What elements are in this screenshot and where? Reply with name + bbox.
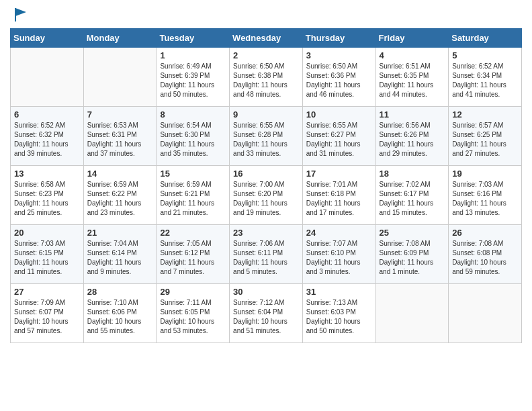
day-number: 7 — [87, 109, 153, 120]
day-number: 23 — [233, 228, 299, 238]
calendar-day-cell — [11, 48, 84, 107]
day-info: Sunrise: 7:04 AM Sunset: 6:14 PM Dayligh… — [87, 239, 153, 277]
day-info: Sunrise: 7:12 AM Sunset: 6:04 PM Dayligh… — [233, 298, 299, 336]
day-info: Sunrise: 6:54 AM Sunset: 6:30 PM Dayligh… — [160, 121, 226, 158]
day-number: 12 — [452, 109, 518, 120]
calendar-day-cell: 25Sunrise: 7:08 AM Sunset: 6:09 PM Dayli… — [375, 225, 449, 284]
day-info: Sunrise: 7:00 AM Sunset: 6:20 PM Dayligh… — [233, 180, 299, 218]
calendar-day-cell: 13Sunrise: 6:58 AM Sunset: 6:23 PM Dayli… — [11, 166, 84, 225]
calendar-day-cell: 4Sunrise: 6:51 AM Sunset: 6:35 PM Daylig… — [375, 48, 449, 107]
day-number: 14 — [87, 169, 153, 179]
header — [10, 7, 522, 23]
calendar-day-cell: 29Sunrise: 7:11 AM Sunset: 6:05 PM Dayli… — [157, 284, 230, 343]
calendar-body: 1Sunrise: 6:49 AM Sunset: 6:39 PM Daylig… — [11, 48, 522, 343]
calendar-day-cell: 6Sunrise: 6:52 AM Sunset: 6:32 PM Daylig… — [11, 107, 84, 166]
calendar-day-cell: 21Sunrise: 7:04 AM Sunset: 6:14 PM Dayli… — [83, 225, 157, 284]
day-number: 26 — [452, 228, 518, 238]
calendar-day-cell: 1Sunrise: 6:49 AM Sunset: 6:39 PM Daylig… — [157, 48, 230, 107]
day-info: Sunrise: 6:52 AM Sunset: 6:32 PM Dayligh… — [14, 121, 80, 158]
day-number: 25 — [380, 228, 445, 238]
day-number: 20 — [14, 228, 80, 238]
day-number: 27 — [14, 287, 80, 297]
calendar-day-cell: 3Sunrise: 6:50 AM Sunset: 6:36 PM Daylig… — [302, 48, 375, 107]
day-info: Sunrise: 6:50 AM Sunset: 6:38 PM Dayligh… — [233, 62, 299, 99]
calendar-day-cell: 10Sunrise: 6:55 AM Sunset: 6:27 PM Dayli… — [302, 107, 375, 166]
calendar-day-cell: 8Sunrise: 6:54 AM Sunset: 6:30 PM Daylig… — [157, 107, 230, 166]
day-info: Sunrise: 6:53 AM Sunset: 6:31 PM Dayligh… — [87, 121, 153, 158]
calendar-day-cell: 26Sunrise: 7:08 AM Sunset: 6:08 PM Dayli… — [449, 225, 522, 284]
weekday-header: Monday — [83, 29, 157, 48]
day-info: Sunrise: 7:11 AM Sunset: 6:05 PM Dayligh… — [160, 298, 226, 336]
day-info: Sunrise: 7:07 AM Sunset: 6:10 PM Dayligh… — [306, 239, 372, 277]
calendar-day-cell: 20Sunrise: 7:03 AM Sunset: 6:15 PM Dayli… — [11, 225, 84, 284]
day-info: Sunrise: 7:05 AM Sunset: 6:12 PM Dayligh… — [160, 239, 226, 277]
calendar-day-cell: 18Sunrise: 7:02 AM Sunset: 6:17 PM Dayli… — [375, 166, 449, 225]
day-info: Sunrise: 7:08 AM Sunset: 6:09 PM Dayligh… — [380, 239, 445, 277]
weekday-header: Wednesday — [230, 29, 303, 48]
day-info: Sunrise: 6:50 AM Sunset: 6:36 PM Dayligh… — [306, 62, 372, 99]
calendar-day-cell: 23Sunrise: 7:06 AM Sunset: 6:11 PM Dayli… — [230, 225, 303, 284]
day-number: 3 — [306, 50, 372, 60]
calendar-day-cell: 17Sunrise: 7:01 AM Sunset: 6:18 PM Dayli… — [302, 166, 375, 225]
day-number: 16 — [233, 169, 299, 179]
calendar-day-cell: 9Sunrise: 6:55 AM Sunset: 6:28 PM Daylig… — [230, 107, 303, 166]
day-info: Sunrise: 7:09 AM Sunset: 6:07 PM Dayligh… — [14, 298, 80, 336]
day-number: 30 — [233, 287, 299, 297]
calendar-day-cell — [375, 284, 449, 343]
calendar-day-cell: 12Sunrise: 6:57 AM Sunset: 6:25 PM Dayli… — [449, 107, 522, 166]
calendar-week-row: 1Sunrise: 6:49 AM Sunset: 6:39 PM Daylig… — [11, 48, 522, 107]
calendar-day-cell: 19Sunrise: 7:03 AM Sunset: 6:16 PM Dayli… — [449, 166, 522, 225]
calendar-table: SundayMondayTuesdayWednesdayThursdayFrid… — [10, 28, 522, 343]
calendar-day-cell: 5Sunrise: 6:52 AM Sunset: 6:34 PM Daylig… — [449, 48, 522, 107]
day-info: Sunrise: 6:55 AM Sunset: 6:27 PM Dayligh… — [306, 121, 372, 158]
calendar-day-cell: 30Sunrise: 7:12 AM Sunset: 6:04 PM Dayli… — [230, 284, 303, 343]
calendar-day-cell: 11Sunrise: 6:56 AM Sunset: 6:26 PM Dayli… — [375, 107, 449, 166]
day-info: Sunrise: 6:58 AM Sunset: 6:23 PM Dayligh… — [14, 180, 80, 218]
calendar-day-cell: 22Sunrise: 7:05 AM Sunset: 6:12 PM Dayli… — [157, 225, 230, 284]
weekday-row: SundayMondayTuesdayWednesdayThursdayFrid… — [11, 29, 522, 48]
day-info: Sunrise: 7:13 AM Sunset: 6:03 PM Dayligh… — [306, 298, 372, 336]
calendar-day-cell: 2Sunrise: 6:50 AM Sunset: 6:38 PM Daylig… — [230, 48, 303, 107]
day-number: 28 — [87, 287, 153, 297]
day-number: 11 — [380, 109, 445, 120]
calendar-week-row: 27Sunrise: 7:09 AM Sunset: 6:07 PM Dayli… — [11, 284, 522, 343]
day-number: 15 — [160, 169, 226, 179]
day-info: Sunrise: 7:08 AM Sunset: 6:08 PM Dayligh… — [452, 239, 518, 277]
weekday-header: Saturday — [449, 29, 522, 48]
calendar-day-cell — [83, 48, 157, 107]
calendar-week-row: 13Sunrise: 6:58 AM Sunset: 6:23 PM Dayli… — [11, 166, 522, 225]
calendar-day-cell — [449, 284, 522, 343]
calendar-day-cell: 24Sunrise: 7:07 AM Sunset: 6:10 PM Dayli… — [302, 225, 375, 284]
logo — [10, 7, 29, 23]
day-number: 2 — [233, 50, 299, 60]
day-info: Sunrise: 7:03 AM Sunset: 6:15 PM Dayligh… — [14, 239, 80, 277]
day-info: Sunrise: 7:10 AM Sunset: 6:06 PM Dayligh… — [87, 298, 153, 336]
day-number: 1 — [160, 50, 226, 60]
day-info: Sunrise: 6:52 AM Sunset: 6:34 PM Dayligh… — [452, 62, 518, 99]
day-info: Sunrise: 7:06 AM Sunset: 6:11 PM Dayligh… — [233, 239, 299, 277]
calendar-header: SundayMondayTuesdayWednesdayThursdayFrid… — [11, 29, 522, 48]
logo-flag-icon — [13, 7, 29, 23]
calendar-day-cell: 7Sunrise: 6:53 AM Sunset: 6:31 PM Daylig… — [83, 107, 157, 166]
day-info: Sunrise: 6:51 AM Sunset: 6:35 PM Dayligh… — [380, 62, 445, 99]
calendar-day-cell: 15Sunrise: 6:59 AM Sunset: 6:21 PM Dayli… — [157, 166, 230, 225]
day-number: 18 — [380, 169, 445, 179]
calendar-day-cell: 16Sunrise: 7:00 AM Sunset: 6:20 PM Dayli… — [230, 166, 303, 225]
calendar-day-cell: 27Sunrise: 7:09 AM Sunset: 6:07 PM Dayli… — [11, 284, 84, 343]
day-number: 17 — [306, 169, 372, 179]
svg-marker-0 — [15, 8, 26, 16]
day-number: 9 — [233, 109, 299, 120]
day-number: 29 — [160, 287, 226, 297]
day-number: 6 — [14, 109, 80, 120]
calendar-week-row: 6Sunrise: 6:52 AM Sunset: 6:32 PM Daylig… — [11, 107, 522, 166]
calendar-day-cell: 14Sunrise: 6:59 AM Sunset: 6:22 PM Dayli… — [83, 166, 157, 225]
day-info: Sunrise: 6:49 AM Sunset: 6:39 PM Dayligh… — [160, 62, 226, 99]
weekday-header: Tuesday — [157, 29, 230, 48]
day-number: 24 — [306, 228, 372, 238]
weekday-header: Sunday — [11, 29, 84, 48]
calendar-page: SundayMondayTuesdayWednesdayThursdayFrid… — [0, 0, 532, 411]
day-number: 13 — [14, 169, 80, 179]
day-info: Sunrise: 6:59 AM Sunset: 6:21 PM Dayligh… — [160, 180, 226, 218]
day-number: 31 — [306, 287, 372, 297]
day-info: Sunrise: 7:01 AM Sunset: 6:18 PM Dayligh… — [306, 180, 372, 218]
